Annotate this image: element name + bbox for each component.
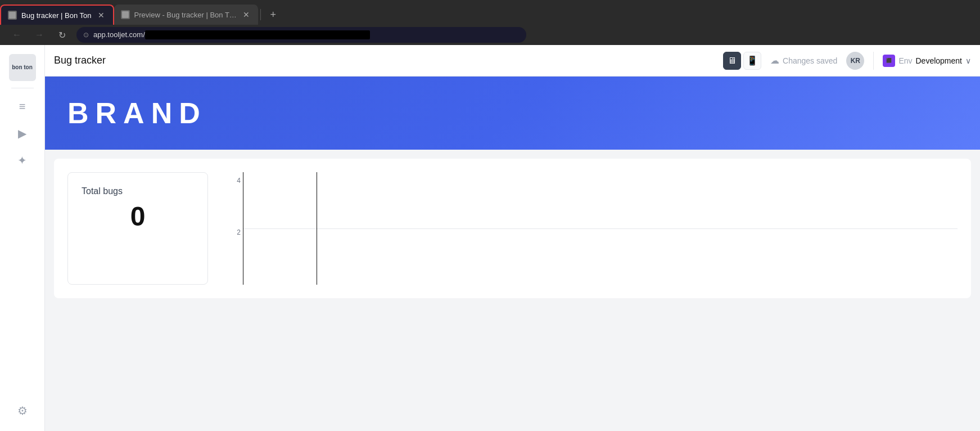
cloud-save-icon: ☁ — [770, 55, 779, 66]
changes-saved-status: ☁ Changes saved — [770, 55, 837, 66]
chart-y-label-4: 4 — [237, 177, 241, 185]
mobile-view-button[interactable]: 📱 — [743, 52, 761, 70]
desktop-icon: 🖥 — [728, 56, 737, 66]
navigate-icon: ▶ — [18, 127, 26, 140]
inactive-tab-close[interactable]: ✕ — [241, 10, 251, 20]
settings-icon: ⚙ — [17, 404, 28, 417]
tab-favicon-inactive — [121, 10, 130, 19]
brand-text: BRAND — [67, 96, 207, 130]
desktop-view-button[interactable]: 🖥 — [723, 52, 741, 70]
url-bar[interactable]: ⊙ app.tooljet.com/ — [76, 27, 526, 43]
sidebar-item-bugs[interactable]: ≡ — [11, 95, 34, 118]
back-button[interactable]: ← — [9, 27, 25, 43]
browser-chrome: Bug tracker | Bon Ton ✕ Preview - Bug tr… — [0, 0, 980, 45]
app-title: Bug tracker — [54, 55, 714, 66]
total-bugs-card: Total bugs 0 — [67, 172, 208, 285]
forward-button[interactable]: → — [31, 27, 47, 43]
main-content: BRAND Total bugs 0 4 2 — [45, 77, 980, 431]
total-bugs-value: 0 — [82, 201, 194, 232]
address-bar: ← → ↻ ⊙ app.tooljet.com/ — [0, 25, 980, 45]
new-tab-button[interactable]: + — [265, 7, 281, 23]
chart-area: 4 2 — [226, 172, 958, 285]
env-label: Env — [898, 56, 912, 65]
active-tab-close[interactable]: ✕ — [96, 10, 106, 20]
sidebar-item-settings[interactable]: ⚙ — [11, 399, 34, 422]
content-area: Total bugs 0 4 2 — [54, 159, 971, 298]
total-bugs-label: Total bugs — [82, 186, 194, 196]
sidebar-divider-1 — [11, 88, 34, 88]
sidebar-item-debug[interactable]: ✦ — [11, 149, 34, 172]
left-sidebar: bon ton ≡ ▶ ✦ ⚙ — [0, 45, 45, 431]
security-icon: ⊙ — [83, 31, 89, 39]
chart-canvas — [243, 172, 958, 285]
device-toggle: 🖥 📱 — [723, 52, 761, 70]
env-section: ⬛ Env Development ∨ — [883, 55, 971, 67]
env-chevron-icon[interactable]: ∨ — [965, 56, 971, 65]
url-text: app.tooljet.com/ — [93, 30, 520, 40]
chart-grid-line-2 — [243, 228, 958, 229]
debug-icon: ✦ — [17, 154, 27, 167]
user-avatar[interactable]: KR — [846, 52, 864, 70]
active-tab[interactable]: Bug tracker | Bon Ton ✕ — [0, 5, 114, 25]
inactive-tab-title: Preview - Bug tracker | Bon T… — [134, 11, 237, 19]
app-header: Bug tracker 🖥 📱 ☁ Changes saved KR ⬛ Env… — [45, 45, 980, 77]
mobile-icon: 📱 — [747, 55, 758, 66]
chart-y-label-2: 2 — [237, 228, 241, 236]
brand-banner: BRAND — [45, 77, 980, 150]
tab-bar: Bug tracker | Bon Ton ✕ Preview - Bug tr… — [0, 0, 980, 25]
inactive-tab[interactable]: Preview - Bug tracker | Bon T… ✕ — [114, 5, 258, 25]
tab-separator — [260, 9, 261, 20]
active-tab-title: Bug tracker | Bon Ton — [21, 11, 92, 20]
env-value: Development — [916, 56, 963, 65]
header-divider — [873, 52, 874, 70]
env-icon: ⬛ — [883, 55, 895, 67]
tab-favicon-active — [8, 11, 17, 20]
reload-button[interactable]: ↻ — [54, 27, 70, 43]
chart-y-axis: 4 2 — [226, 172, 243, 285]
bugs-icon: ≡ — [19, 100, 26, 113]
sidebar-logo[interactable]: bon ton — [9, 54, 36, 81]
url-redacted — [145, 30, 370, 39]
chart-vertical-marker — [317, 172, 317, 285]
sidebar-item-navigate[interactable]: ▶ — [11, 122, 34, 145]
